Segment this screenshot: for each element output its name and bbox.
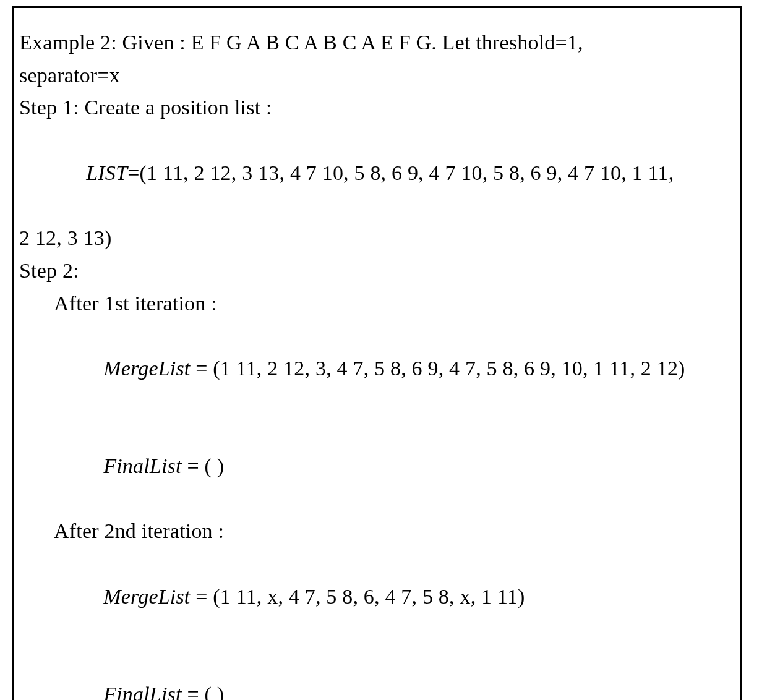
finallist-value: = ( ): [182, 455, 225, 477]
mergelist-label: MergeList: [103, 357, 190, 380]
step1-heading: Step 1: Create a position list :: [19, 92, 737, 124]
example-given-line1: Example 2: Given : E F G A B C A B C A E…: [19, 27, 737, 59]
iter2-heading: After 2nd iteration :: [19, 515, 737, 548]
finallist-label: FinalList: [103, 455, 182, 477]
iter2-mergelist: MergeList = (1 11, x, 4 7, 5 8, 6, 4 7, …: [19, 548, 737, 646]
list-content-a: =(1 11, 2 12, 3 13, 4 7 10, 5 8, 6 9, 4 …: [127, 161, 674, 184]
mergelist-value: = (1 11, x, 4 7, 5 8, 6, 4 7, 5 8, x, 1 …: [191, 585, 525, 608]
step2-heading: Step 2:: [19, 255, 737, 288]
iter1-mergelist: MergeList = (1 11, 2 12, 3, 4 7, 5 8, 6 …: [19, 320, 737, 417]
list-label: LIST: [86, 161, 127, 184]
mergelist-label: MergeList: [103, 585, 190, 608]
finallist-value: = ( ): [182, 683, 225, 700]
step1-list-line1: LIST=(1 11, 2 12, 3 13, 4 7 10, 5 8, 6 9…: [19, 124, 737, 222]
example-given-line2: separator=x: [19, 59, 737, 92]
iter1-heading: After 1st iteration :: [19, 288, 737, 320]
mergelist-value: = (1 11, 2 12, 3, 4 7, 5 8, 6 9, 4 7, 5 …: [191, 357, 685, 380]
iter2-finallist: FinalList = ( ): [19, 646, 737, 700]
example-box: Example 2: Given : E F G A B C A B C A E…: [12, 6, 742, 700]
iter1-finallist: FinalList = ( ): [19, 417, 737, 515]
finallist-label: FinalList: [103, 683, 182, 700]
page: Example 2: Given : E F G A B C A B C A E…: [0, 0, 767, 700]
step1-list-line2: 2 12, 3 13): [19, 222, 737, 255]
